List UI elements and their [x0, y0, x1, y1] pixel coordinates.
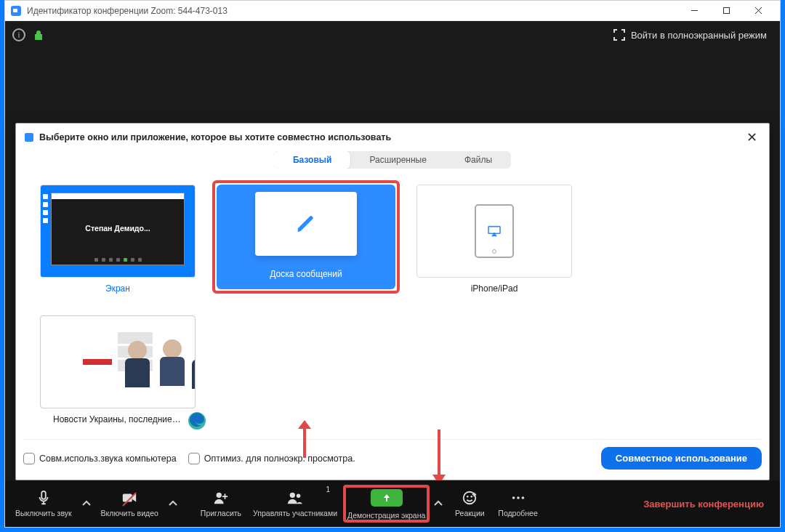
tab-advanced[interactable]: Расширенные: [350, 151, 446, 169]
microphone-icon: [36, 490, 52, 506]
share-option-iphone-ipad[interactable]: iPhone/iPad: [410, 180, 579, 298]
optimize-video-checkbox[interactable]: Оптимиз. для полноэкр. просмотра.: [188, 453, 355, 464]
checkbox-icon: [23, 453, 35, 464]
window-title: Идентификатор конференции Zoom: 544-473-…: [27, 6, 228, 16]
close-dialog-button[interactable]: ✕: [744, 129, 760, 145]
zoom-logo-icon: [11, 6, 21, 16]
annotation-arrow-to-whiteboard: [294, 419, 315, 459]
share-option-label: Экран: [101, 282, 134, 298]
more-button[interactable]: Подробнее: [492, 487, 543, 520]
svg-point-11: [297, 494, 301, 499]
share-option-label: Новости Украины, последние н...: [49, 413, 187, 429]
video-options-chevron[interactable]: [164, 499, 182, 509]
share-audio-label: Совм.использ.звука компьютера: [39, 454, 177, 464]
manage-participants-button[interactable]: 1 Управлять участниками: [247, 487, 343, 520]
checkbox-icon: [188, 453, 200, 464]
svg-point-14: [471, 496, 473, 498]
dialog-title: Выберите окно или приложение, которое вы…: [39, 132, 744, 142]
zoom-logo-icon: [25, 133, 33, 142]
edge-browser-icon: [188, 411, 206, 430]
close-window-button[interactable]: [742, 1, 774, 21]
share-arrow-icon: [382, 493, 392, 503]
highlight-whiteboard: Доска сообщений: [212, 180, 400, 294]
minimize-button[interactable]: [678, 1, 710, 21]
svg-point-16: [517, 496, 520, 499]
share-screen-label: Демонстрация экрана: [347, 511, 425, 520]
video-label: Включить видео: [101, 509, 158, 517]
whiteboard-thumbnail: [255, 192, 357, 256]
audio-options-chevron[interactable]: [78, 499, 95, 509]
share-button[interactable]: Совместное использование: [601, 447, 762, 469]
reactions-button[interactable]: Реакции: [447, 487, 492, 520]
participants-icon: [287, 490, 303, 506]
info-icon[interactable]: i: [12, 28, 25, 41]
dialog-footer: Совм.использ.звука компьютера Оптимиз. д…: [23, 439, 762, 469]
mute-button[interactable]: Выключить звук: [9, 487, 78, 520]
invite-button[interactable]: Пригласить: [195, 487, 247, 520]
pencil-icon: [295, 213, 317, 235]
encryption-lock-icon: [34, 30, 43, 40]
share-option-edge-window[interactable]: Новости Украины, последние н...: [33, 311, 202, 429]
share-options-chevron[interactable]: [430, 499, 447, 509]
chevron-up-icon: [168, 499, 178, 509]
annotation-arrow-to-share-button: [428, 428, 450, 486]
svg-rect-1: [723, 8, 729, 14]
fullscreen-button[interactable]: Войти в полноэкранный режим: [608, 25, 773, 45]
chevron-up-icon: [433, 499, 443, 509]
share-option-whiteboard[interactable]: Доска сообщений: [217, 185, 395, 289]
fullscreen-label: Войти в полноэкранный режим: [631, 30, 767, 41]
participants-count: 1: [326, 485, 330, 493]
share-option-label: iPhone/iPad: [467, 282, 523, 298]
thumb-participant-name: Степан Демидо...: [52, 224, 184, 233]
share-options-grid: Степан Демидо... Экран: [16, 173, 769, 429]
highlight-share-screen: Демонстрация экрана: [343, 485, 430, 523]
invite-label: Пригласить: [201, 509, 241, 517]
svg-point-13: [467, 496, 469, 498]
invite-icon: [213, 490, 229, 506]
screen-thumbnail: Степан Демидо...: [40, 185, 196, 278]
more-icon: [510, 490, 526, 506]
more-label: Подробнее: [498, 509, 537, 517]
share-option-label: Доска сообщений: [265, 267, 346, 283]
share-screen-dialog: Выберите окно или приложение, которое вы…: [15, 123, 770, 480]
optimize-video-label: Оптимиз. для полноэкр. просмотра.: [204, 454, 355, 464]
end-meeting-button[interactable]: Завершить конференцию: [632, 499, 776, 509]
edge-window-thumbnail: [40, 315, 196, 408]
airplay-icon: [487, 225, 502, 237]
svg-point-9: [217, 493, 222, 498]
reactions-icon: [462, 490, 478, 506]
titlebar: Идентификатор конференции Zoom: 544-473-…: [5, 1, 780, 21]
conference-area: i Войти в полноэкранный режим Выберите о…: [5, 21, 780, 527]
share-screen-button[interactable]: [371, 489, 403, 507]
share-tabs: Базовый Расширенные Файлы: [16, 151, 769, 169]
svg-point-15: [512, 496, 515, 499]
svg-point-17: [521, 496, 524, 499]
tab-files[interactable]: Файлы: [446, 151, 511, 169]
tab-basic[interactable]: Базовый: [274, 151, 350, 169]
conference-toolbar: Выключить звук Включить видео Пригласить: [5, 480, 780, 527]
participants-label: Управлять участниками: [253, 509, 337, 517]
chevron-up-icon: [81, 499, 92, 509]
svg-point-10: [290, 493, 295, 498]
mute-label: Выключить звук: [15, 509, 72, 517]
share-option-screen[interactable]: Степан Демидо... Экран: [33, 180, 202, 298]
reactions-label: Реакции: [455, 509, 485, 517]
zoom-window: Идентификатор конференции Zoom: 544-473-…: [4, 0, 781, 528]
video-button[interactable]: Включить видео: [95, 487, 164, 520]
maximize-button[interactable]: [710, 1, 742, 21]
conference-topbar: i Войти в полноэкранный режим: [5, 21, 780, 49]
share-audio-checkbox[interactable]: Совм.использ.звука компьютера: [23, 453, 177, 464]
ipad-thumbnail: [416, 185, 572, 278]
